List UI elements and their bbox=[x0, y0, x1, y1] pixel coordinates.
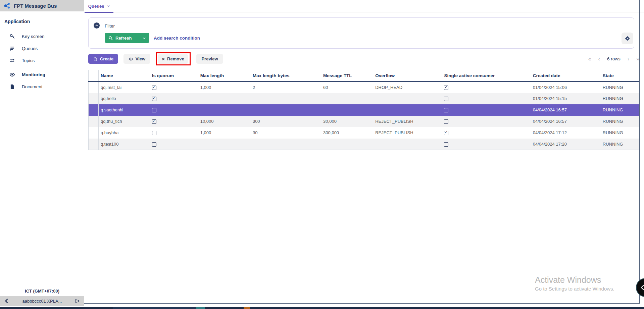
filter-collapse-icon[interactable] bbox=[94, 22, 100, 29]
cell-name: q.saothenhi bbox=[99, 104, 150, 116]
cell-created-date: 04/04/2024 17:20 bbox=[531, 139, 601, 150]
table-row-q.saothenhi[interactable]: q.saothenhi04/04/2024 16:57RUNNING bbox=[89, 104, 640, 116]
header-overflow[interactable]: Overflow bbox=[373, 70, 442, 82]
table-row-qq.hello[interactable]: qq.hello01/04/2024 15:15RUNNING bbox=[89, 93, 640, 104]
header-state[interactable]: State bbox=[601, 70, 639, 82]
sidebar-item-document[interactable]: Document bbox=[0, 81, 84, 93]
cell-max-length bbox=[198, 104, 251, 116]
settings-button[interactable] bbox=[622, 33, 633, 44]
cell-max-length: 1,000 bbox=[198, 82, 251, 93]
remove-button[interactable]: × Remove bbox=[158, 54, 188, 64]
is-quorum-checkbox-unchecked[interactable] bbox=[152, 131, 156, 135]
cell-message-ttl bbox=[321, 104, 373, 116]
chevron-down-icon[interactable] bbox=[142, 36, 146, 40]
sidebar-item-monitoring[interactable]: Monitoring bbox=[0, 68, 84, 81]
is-quorum-checkbox-checked[interactable] bbox=[152, 119, 156, 124]
table-row-qq.Test_lai[interactable]: qq.Test_lai1,000260DROP_HEAD01/04/2024 1… bbox=[89, 82, 640, 93]
cell-max-length-bytes: 300 bbox=[251, 116, 321, 127]
row-selector-cell[interactable] bbox=[89, 104, 99, 116]
refresh-button[interactable]: Refresh bbox=[105, 33, 149, 43]
cell-message-ttl: 60 bbox=[321, 82, 373, 93]
pagination: « ‹ 6 rows › » bbox=[588, 54, 639, 64]
app-title: FPT Message Bus bbox=[14, 3, 57, 9]
tab-queues[interactable]: Queues × bbox=[85, 0, 113, 12]
logout-icon[interactable] bbox=[75, 298, 80, 304]
tab-label: Queues bbox=[88, 4, 104, 9]
search-icon bbox=[108, 36, 113, 41]
username-label: aabbbccc01 XPLA... bbox=[9, 299, 75, 304]
sidebar-header: FPT Message Bus bbox=[0, 0, 84, 11]
is-quorum-checkbox-checked[interactable] bbox=[152, 86, 156, 90]
document-icon bbox=[9, 84, 15, 90]
first-page-icon[interactable]: « bbox=[588, 56, 591, 62]
single-active-consumer-checkbox-unchecked[interactable] bbox=[444, 119, 448, 124]
table-row-qq.thu_tich[interactable]: qq.thu_tich10,00030030,000REJECT_PUBLISH… bbox=[89, 116, 640, 127]
header-is-quorum[interactable]: Is quorum bbox=[150, 70, 198, 82]
timezone-label: ICT (GMT+07:00) bbox=[0, 289, 84, 294]
header-single-active-consumer[interactable]: Single active consumer bbox=[442, 70, 531, 82]
cell-created-date: 01/04/2024 15:15 bbox=[531, 93, 601, 104]
single-active-consumer-checkbox-checked[interactable] bbox=[444, 86, 448, 90]
row-count-label: 6 rows bbox=[607, 56, 621, 61]
chevron-left-icon bbox=[640, 285, 644, 291]
active-tab-underline bbox=[85, 12, 113, 13]
sidebar-section-label: Application bbox=[4, 19, 30, 24]
watermark-line1: Activate Windows bbox=[535, 275, 614, 285]
row-selector-cell[interactable] bbox=[89, 139, 99, 150]
floating-collapse-button[interactable] bbox=[636, 278, 644, 297]
cell-max-length-bytes: 30 bbox=[251, 127, 321, 139]
header-created-date[interactable]: Created date bbox=[531, 70, 601, 82]
create-button[interactable]: Create bbox=[88, 54, 118, 64]
cell-overflow: DROP_HEAD bbox=[373, 82, 442, 93]
cell-name: qq.thu_tich bbox=[99, 116, 150, 127]
sidebar-user-bar: aabbbccc01 XPLA... bbox=[0, 296, 84, 306]
cell-created-date: 04/04/2024 17:12 bbox=[531, 127, 601, 139]
cell-name: qq.Test_lai bbox=[99, 82, 150, 93]
last-page-icon[interactable]: » bbox=[637, 56, 639, 62]
add-search-condition-link[interactable]: Add search condition bbox=[154, 36, 200, 41]
queues-icon bbox=[9, 46, 15, 51]
cell-overflow: REJECT_PUBLISH bbox=[373, 127, 442, 139]
next-page-icon[interactable]: › bbox=[628, 56, 629, 62]
is-quorum-checkbox-checked[interactable] bbox=[152, 97, 156, 101]
is-quorum-checkbox-unchecked[interactable] bbox=[152, 142, 156, 147]
header-message-ttl[interactable]: Message TTL bbox=[321, 70, 373, 82]
row-selector-cell[interactable] bbox=[89, 93, 99, 104]
view-button[interactable]: View bbox=[123, 54, 150, 64]
sidebar-menu: Key screenQueuesTopicsMonitoringDocument bbox=[0, 30, 84, 93]
cell-message-ttl bbox=[321, 139, 373, 150]
cell-state: RUNNING bbox=[601, 139, 639, 150]
sidebar-item-label: Key screen bbox=[22, 34, 45, 39]
cell-created-date: 04/04/2024 16:57 bbox=[531, 116, 601, 127]
header-max-length[interactable]: Max length bbox=[198, 70, 251, 82]
preview-button[interactable]: Preview bbox=[196, 54, 223, 64]
cell-overflow: REJECT_PUBLISH bbox=[373, 116, 442, 127]
row-selector-cell[interactable] bbox=[89, 82, 99, 93]
is-quorum-checkbox-unchecked[interactable] bbox=[152, 108, 156, 112]
table-row-q.test100[interactable]: q.test10004/04/2024 17:20RUNNING bbox=[89, 139, 640, 150]
single-active-consumer-checkbox-unchecked[interactable] bbox=[444, 97, 448, 101]
header-max-length-bytes[interactable]: Max length bytes bbox=[251, 70, 321, 82]
monitoring-eye-icon bbox=[9, 72, 15, 78]
sidebar-collapse-icon[interactable] bbox=[4, 298, 9, 304]
cell-max-length bbox=[198, 139, 251, 150]
row-selector-cell[interactable] bbox=[89, 127, 99, 139]
sidebar-item-topics[interactable]: Topics bbox=[0, 54, 84, 66]
table-header-row: Name Is quorum Max length Max length byt… bbox=[89, 70, 640, 82]
sidebar-item-queues[interactable]: Queues bbox=[0, 42, 84, 54]
single-active-consumer-checkbox-checked[interactable] bbox=[444, 131, 448, 135]
sidebar-item-key-screen[interactable]: Key screen bbox=[0, 30, 84, 42]
header-name[interactable]: Name bbox=[99, 70, 150, 82]
cell-state: RUNNING bbox=[601, 104, 639, 116]
single-active-consumer-checkbox-unchecked[interactable] bbox=[444, 142, 448, 147]
gear-icon bbox=[625, 36, 630, 41]
table-row-q.huyhha[interactable]: q.huyhha1,00030300,000REJECT_PUBLISH04/0… bbox=[89, 127, 640, 139]
single-active-consumer-checkbox-unchecked[interactable] bbox=[444, 108, 448, 112]
prev-page-icon[interactable]: ‹ bbox=[598, 56, 600, 62]
cell-overflow bbox=[373, 93, 442, 104]
cell-max-length: 1,000 bbox=[198, 127, 251, 139]
tab-close-icon[interactable]: × bbox=[107, 4, 110, 8]
cell-name: q.test100 bbox=[99, 139, 150, 150]
remove-label: Remove bbox=[167, 56, 184, 61]
row-selector-cell[interactable] bbox=[89, 116, 99, 127]
